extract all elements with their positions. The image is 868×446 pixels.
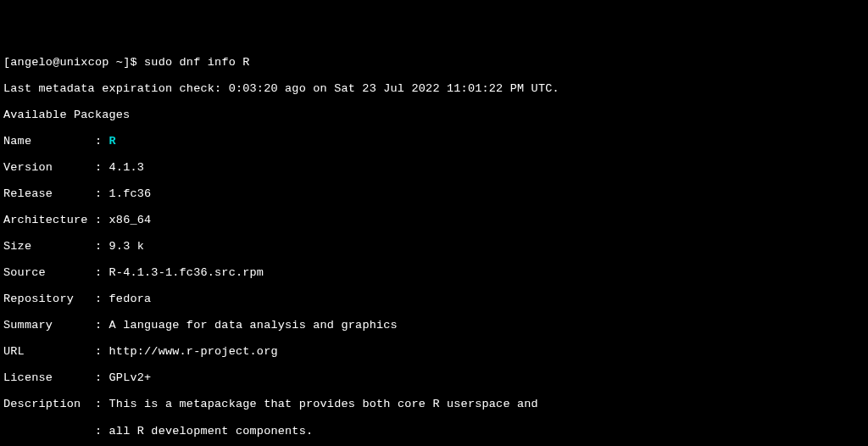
prompt-path: ~ <box>109 56 124 69</box>
field-summary: Summary : A language for data analysis a… <box>3 319 865 332</box>
field-license: License : GPLv2+ <box>3 371 865 385</box>
field-version: Version : 4.1.3 <box>3 161 865 175</box>
value-name: R <box>109 135 116 148</box>
label-description: Description : <box>3 398 109 410</box>
value-version: 4.1.3 <box>109 161 145 174</box>
field-source: Source : R-4.1.3-1.fc36.src.rpm <box>3 266 865 280</box>
field-description-2: : all R development components. <box>3 425 865 438</box>
field-size: Size : 9.3 k <box>3 240 865 254</box>
prompt-host: unixcop <box>59 56 108 69</box>
label-source: Source : <box>3 266 109 279</box>
label-repository: Repository : <box>3 293 109 305</box>
value-license: GPLv2+ <box>109 371 152 384</box>
value-source: R-4.1.3-1.fc36.src.rpm <box>109 266 264 279</box>
field-architecture: Architecture : x86_64 <box>3 214 865 227</box>
field-url: URL : http://www.r-project.org <box>3 345 865 359</box>
metadata-expiration: Last metadata expiration check: 0:03:20 … <box>3 82 865 96</box>
available-packages-header: Available Packages <box>3 109 865 122</box>
value-architecture: x86_64 <box>109 214 152 226</box>
prompt-line-1[interactable]: [angelo@unixcop ~]$ sudo dnf info R <box>3 56 865 70</box>
label-url: URL : <box>3 345 109 358</box>
field-description-1: Description : This is a metapackage that… <box>3 398 865 411</box>
field-release: Release : 1.fc36 <box>3 187 865 201</box>
label-architecture: Architecture : <box>3 214 109 226</box>
label-name: Name : <box>3 135 109 148</box>
label-version: Version : <box>3 161 109 174</box>
cont-marker: : <box>3 425 109 438</box>
value-release: 1.fc36 <box>109 187 152 200</box>
field-name: Name : R <box>3 135 865 148</box>
label-size: Size : <box>3 240 109 253</box>
value-repository: fedora <box>109 293 152 305</box>
label-release: Release : <box>3 187 109 200</box>
command-text: sudo dnf info R <box>144 56 250 69</box>
prompt-close: ]$ <box>123 56 144 69</box>
value-url: http://www.r-project.org <box>109 345 278 358</box>
value-description-1: This is a metapackage that provides both… <box>109 398 538 410</box>
label-license: License : <box>3 371 109 384</box>
value-description-2: all R development components. <box>109 425 314 438</box>
value-summary: A language for data analysis and graphic… <box>109 319 398 332</box>
label-summary: Summary : <box>3 319 109 332</box>
value-size: 9.3 k <box>109 240 145 253</box>
prompt-user: angelo <box>10 56 53 69</box>
field-repository: Repository : fedora <box>3 293 865 306</box>
